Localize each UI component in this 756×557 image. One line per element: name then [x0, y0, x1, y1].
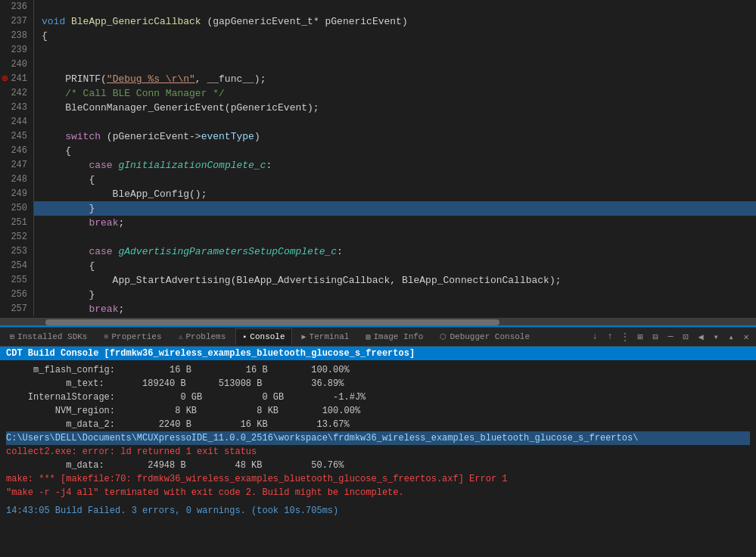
console-icon: ▪ — [242, 333, 247, 341]
line-content — [34, 230, 756, 244]
line-number: 252 — [0, 230, 34, 244]
line-number: 238 — [0, 29, 34, 43]
line-content: case gAdvertisingParametersSetupComplete… — [34, 244, 756, 259]
properties-icon: ≡ — [104, 333, 108, 341]
line-content: * — [34, 0, 756, 14]
problems-label: Problems — [186, 332, 226, 341]
code-line: 253 case gAdvertisingParametersSetupComp… — [0, 244, 756, 259]
console-content: m_flash_config: 16 B 16 B 100.00% m_text… — [0, 360, 756, 503]
code-line: 249 BleApp_Config(); — [0, 187, 756, 201]
console-area: CDT Build Console [frdmkw36_wireless_exa… — [0, 347, 756, 545]
line-content — [34, 43, 756, 58]
code-lines: 236 *237void BleApp_GenericCallback (gap… — [0, 0, 756, 316]
console-line: m_flash_config: 16 B 16 B 100.00% — [6, 363, 750, 377]
console-line: NVM_region: 8 KB 8 KB 100.00% — [6, 404, 750, 418]
console-line: InternalStorage: 0 GB 0 GB -1.#J% — [6, 391, 750, 404]
console-label: Console — [250, 332, 285, 341]
code-line: 242 /* Call BLE Conn Manager */ — [0, 86, 756, 101]
toolbar-btn-6[interactable]: ⊡ — [679, 330, 692, 344]
code-line: 257 break; — [0, 302, 756, 316]
console-line: m_data: 24948 B 48 KB 50.76% — [6, 459, 750, 472]
line-number: 248 — [0, 173, 34, 187]
line-number: 253 — [0, 244, 34, 259]
code-line: 252 — [0, 230, 756, 244]
tab-console[interactable]: ▪Console — [235, 328, 291, 345]
line-content: /* Call BLE Conn Manager */ — [34, 86, 756, 101]
debugger-console-icon: ⬡ — [440, 332, 446, 341]
terminal-label: Terminal — [310, 332, 350, 341]
line-content: BleConnManager_GenericEvent(pGenericEven… — [34, 101, 756, 115]
code-line: 246 { — [0, 144, 756, 158]
image-info-label: Image Info — [373, 332, 423, 341]
toolbar-btn-0[interactable]: ↓ — [588, 330, 602, 344]
line-content: { — [34, 144, 756, 158]
code-line: 245 switch (pGenericEvent->eventType) — [0, 129, 756, 144]
code-line: 256 } — [0, 288, 756, 302]
line-number: 239 — [0, 43, 34, 58]
line-number: 250 — [0, 201, 34, 216]
installed-sdks-icon: ⊞ — [10, 332, 14, 341]
line-content — [34, 115, 756, 129]
code-line: 243 BleConnManager_GenericEvent(pGeneric… — [0, 101, 756, 115]
line-content — [34, 58, 756, 72]
line-number: 255 — [0, 273, 34, 288]
line-content: { — [34, 29, 756, 43]
code-line: 250 } — [0, 201, 756, 216]
code-line: 244 — [0, 115, 756, 129]
code-line: 241 PRINTF("Debug %s \r\n", __func__); — [0, 72, 756, 86]
image-info-icon: ▨ — [366, 332, 370, 341]
toolbar-btn-1[interactable]: ↑ — [603, 330, 617, 344]
line-number: 245 — [0, 129, 34, 144]
line-number: 249 — [0, 187, 34, 201]
line-number: 240 — [0, 58, 34, 72]
tab-properties[interactable]: ≡Properties — [97, 328, 168, 345]
tab-debugger-console[interactable]: ⬡Debugger Console — [433, 328, 537, 345]
code-line: 251 break; — [0, 216, 756, 230]
line-content: void BleApp_GenericCallback (gapGenericE… — [34, 14, 756, 29]
editor-horizontal-scrollbar[interactable] — [0, 318, 756, 325]
tab-image-info[interactable]: ▨Image Info — [359, 328, 430, 345]
line-content: BleApp_Config(); — [34, 187, 756, 201]
toolbar-btn-3[interactable]: ⊞ — [633, 330, 647, 344]
toolbar-btn-7[interactable]: ◀ — [694, 330, 708, 344]
line-number: 241 — [0, 72, 34, 86]
debugger-console-label: Debugger Console — [450, 332, 530, 341]
toolbar-btn-2[interactable]: ⋮ — [618, 330, 632, 344]
line-number: 256 — [0, 288, 34, 302]
line-content: switch (pGenericEvent->eventType) — [34, 129, 756, 144]
console-header: CDT Build Console [frdmkw36_wireless_exa… — [0, 347, 756, 360]
code-line: 240 — [0, 58, 756, 72]
line-content: PRINTF("Debug %s \r\n", __func__); — [34, 72, 756, 86]
console-line: m_text: 189240 B 513008 B 36.89% — [6, 377, 750, 391]
line-content: { — [34, 173, 756, 187]
line-number: 244 — [0, 115, 34, 129]
line-content: break; — [34, 302, 756, 316]
console-line: "make -r -j4 all" terminated with exit c… — [6, 486, 750, 499]
terminal-icon: ▶ — [302, 332, 306, 341]
tab-installed-sdks[interactable]: ⊞Installed SDKs — [3, 328, 94, 345]
properties-label: Properties — [111, 332, 161, 341]
code-line: 238{ — [0, 29, 756, 43]
line-number: 242 — [0, 86, 34, 101]
toolbar-btn-4[interactable]: ⊟ — [649, 330, 662, 344]
scrollbar-thumb[interactable] — [45, 319, 499, 325]
line-content: break; — [34, 216, 756, 230]
line-number: 243 — [0, 101, 34, 115]
line-content: case gInitializationComplete_c: — [34, 158, 756, 173]
toolbar-btn-10[interactable]: ✕ — [739, 330, 753, 344]
line-number: 247 — [0, 158, 34, 173]
line-number: 237 — [0, 14, 34, 29]
code-line: 248 { — [0, 173, 756, 187]
line-number: 236 — [0, 0, 34, 14]
build-failed-message: 14:43:05 Build Failed. 3 errors, 0 warni… — [0, 503, 756, 519]
toolbar-btn-5[interactable]: — — [664, 330, 677, 344]
tab-terminal[interactable]: ▶Terminal — [295, 328, 356, 345]
line-number: 246 — [0, 144, 34, 158]
tab-problems[interactable]: ⚠Problems — [171, 328, 232, 345]
toolbar-btn-9[interactable]: ▴ — [724, 330, 738, 344]
code-line: 239 — [0, 43, 756, 58]
line-content: App_StartAdvertising(BleApp_AdvertisingC… — [34, 273, 756, 288]
installed-sdks-label: Installed SDKs — [17, 332, 87, 341]
toolbar-btn-8[interactable]: ▾ — [709, 330, 723, 344]
line-number: 257 — [0, 302, 34, 316]
